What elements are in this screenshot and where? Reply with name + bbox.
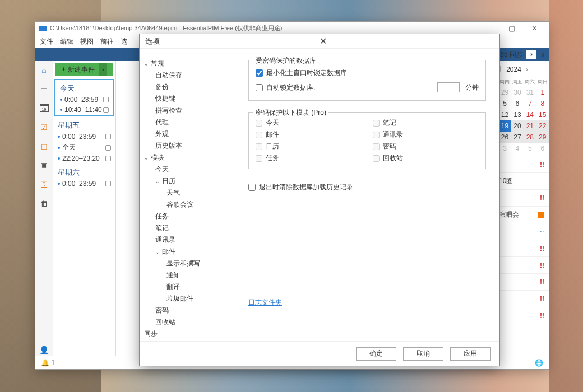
cal-day[interactable]: 8 bbox=[536, 98, 549, 109]
tree-node[interactable]: 外观 bbox=[155, 128, 230, 140]
cal-day[interactable]: 13 bbox=[511, 109, 524, 120]
cal-day[interactable]: 26 bbox=[498, 132, 511, 143]
cal-day[interactable]: 30 bbox=[511, 87, 524, 98]
cal-day[interactable]: 1 bbox=[536, 87, 549, 98]
bell-icon[interactable]: 🔔 1 bbox=[41, 359, 55, 367]
apply-button[interactable]: 应用 bbox=[450, 347, 491, 361]
event-row[interactable]: 22:20–23:20 bbox=[53, 153, 115, 164]
tree-label: 通知 bbox=[166, 271, 180, 279]
event-time: 全天 bbox=[62, 143, 105, 152]
cal-day[interactable]: 5 bbox=[498, 98, 511, 109]
tree-node[interactable]: 自动保存 bbox=[155, 69, 230, 81]
cancel-button[interactable]: 取消 bbox=[403, 347, 443, 361]
cal-day[interactable]: 4 bbox=[511, 143, 524, 154]
cal-day[interactable]: 31 bbox=[524, 87, 536, 98]
sync-arrow-icon[interactable]: › bbox=[526, 50, 536, 59]
cal-day[interactable]: 27 bbox=[511, 132, 524, 143]
menu-more[interactable]: 选 bbox=[121, 37, 127, 46]
event-row[interactable]: 0:00–23:59 bbox=[53, 179, 115, 189]
tree-node[interactable]: 密码 bbox=[155, 305, 230, 316]
tree-node[interactable]: 代理 bbox=[155, 116, 230, 128]
tree-node[interactable]: 今天 bbox=[155, 164, 230, 175]
checkbox-lock-on-minimize[interactable] bbox=[256, 69, 263, 77]
card-icon[interactable]: ▭ bbox=[39, 83, 50, 95]
menu-edit[interactable]: 编辑 bbox=[60, 37, 73, 46]
tree-node[interactable]: 笔记 bbox=[155, 222, 230, 234]
cal-day[interactable]: 6 bbox=[511, 98, 524, 109]
note-icon[interactable]: ◻ bbox=[39, 141, 50, 152]
tree-node[interactable]: 任务 bbox=[155, 211, 230, 222]
cal-day[interactable]: 5 bbox=[524, 143, 536, 154]
event-checkbox[interactable] bbox=[105, 181, 111, 186]
menu-view[interactable]: 视图 bbox=[80, 37, 94, 46]
key-icon[interactable]: ⚿ bbox=[39, 179, 50, 190]
expand-icon[interactable]: ⌄ bbox=[144, 155, 149, 161]
event-row[interactable]: 全天 bbox=[53, 142, 115, 153]
checkbox-auto-lock[interactable] bbox=[256, 84, 263, 91]
dialog-close-icon[interactable]: ✕ bbox=[320, 36, 494, 46]
cal-day[interactable]: 28 bbox=[524, 132, 536, 143]
tree-node[interactable]: ⌄日历 bbox=[155, 175, 230, 187]
event-checkbox[interactable] bbox=[105, 145, 111, 151]
cal-day[interactable]: 14 bbox=[524, 109, 536, 120]
tree-node[interactable]: 历史版本 bbox=[155, 140, 230, 152]
tree-node[interactable]: 通知 bbox=[166, 269, 230, 281]
expand-icon[interactable]: ⌄ bbox=[155, 179, 160, 184]
check-icon[interactable]: ☑ bbox=[39, 122, 50, 133]
expand-icon[interactable]: ⌄ bbox=[155, 249, 160, 255]
tree-node[interactable]: ⌄模块 bbox=[144, 152, 230, 164]
tree-node[interactable]: 谷歌会议 bbox=[166, 199, 230, 211]
new-event-dropdown[interactable]: ▾ bbox=[99, 63, 107, 76]
tree-node[interactable]: 通讯录 bbox=[155, 234, 230, 246]
event-row[interactable]: 0:00–23:59 bbox=[55, 95, 113, 105]
tree-node[interactable]: ⌄常规 bbox=[144, 58, 230, 69]
checkbox-clear-history[interactable] bbox=[248, 184, 256, 191]
contacts-icon[interactable]: ▣ bbox=[39, 160, 50, 171]
event-checkbox[interactable] bbox=[103, 107, 109, 113]
minimize-button[interactable]: ― bbox=[478, 22, 501, 35]
event-checkbox[interactable] bbox=[103, 97, 109, 102]
cal-day[interactable]: 15 bbox=[536, 109, 549, 120]
new-event-button[interactable]: + 新建事件 ▾ bbox=[55, 63, 113, 76]
cal-day[interactable]: 19 bbox=[498, 120, 511, 132]
event-row[interactable]: 0:00–23:59 bbox=[53, 132, 115, 142]
trash-icon[interactable]: 🗑 bbox=[39, 198, 50, 209]
log-folder-link[interactable]: 日志文件夹 bbox=[248, 298, 282, 307]
cal-day[interactable]: 6 bbox=[536, 143, 549, 154]
event-checkbox[interactable] bbox=[105, 156, 111, 161]
cal-day[interactable]: 21 bbox=[524, 120, 536, 132]
menu-go[interactable]: 前往 bbox=[100, 37, 114, 46]
tree-node[interactable]: 备份 bbox=[155, 81, 230, 93]
close-button[interactable]: ✕ bbox=[523, 22, 545, 35]
tree-node[interactable]: 垃圾邮件 bbox=[166, 293, 230, 305]
tree-node[interactable]: 回收站 bbox=[155, 316, 230, 328]
calendar-icon[interactable]: 19 bbox=[39, 102, 50, 114]
options-tree[interactable]: ⌄常规自动保存备份快捷键拼写检查代理外观历史版本⌄模块今天⌄日历天气谷歌会议任务… bbox=[140, 49, 235, 341]
tree-node[interactable]: 快捷键 bbox=[155, 93, 230, 105]
globe-icon[interactable]: 🌐 bbox=[535, 359, 543, 367]
expand-icon[interactable]: ⌄ bbox=[144, 61, 149, 67]
event-checkbox[interactable] bbox=[105, 134, 111, 139]
tree-node[interactable]: ⌄邮件 bbox=[155, 246, 230, 258]
menu-file[interactable]: 文件 bbox=[40, 37, 53, 46]
cal-day[interactable]: 22 bbox=[536, 120, 549, 132]
tree-node[interactable]: 翻译 bbox=[166, 281, 230, 293]
cal-day[interactable]: 29 bbox=[498, 87, 511, 98]
event-row[interactable]: 10:40–11:40 bbox=[55, 105, 113, 115]
cal-next[interactable]: › bbox=[526, 66, 528, 73]
user-icon[interactable]: 👤 bbox=[39, 344, 50, 356]
tree-node[interactable]: 同步 bbox=[144, 328, 230, 340]
tree-node[interactable]: 拼写检查 bbox=[155, 105, 230, 116]
tree-node[interactable]: 天气 bbox=[166, 187, 230, 199]
cal-day[interactable]: 20 bbox=[511, 120, 524, 132]
tree-node[interactable]: 显示和撰写 bbox=[166, 258, 230, 269]
home-icon[interactable]: ⌂ bbox=[39, 64, 50, 76]
cal-day[interactable]: 12 bbox=[498, 109, 511, 120]
ok-button[interactable]: 确定 bbox=[356, 347, 396, 361]
minutes-spinner[interactable] bbox=[437, 82, 460, 92]
sync-close[interactable]: x bbox=[541, 50, 544, 58]
cal-day[interactable]: 3 bbox=[498, 143, 511, 154]
cal-day[interactable]: 29 bbox=[536, 132, 549, 143]
maximize-button[interactable]: ▢ bbox=[501, 22, 523, 35]
cal-day[interactable]: 7 bbox=[524, 98, 536, 109]
